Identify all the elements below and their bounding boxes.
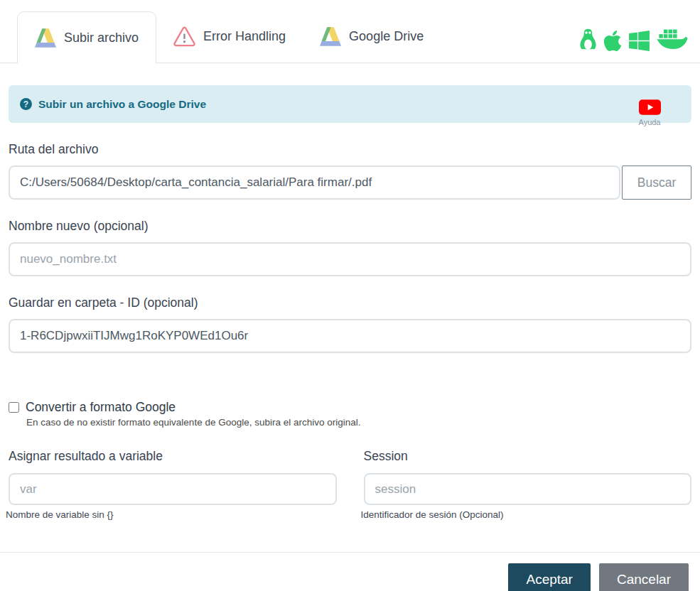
convert-label: Convertir a formato Google <box>26 400 176 415</box>
tab-error-handling[interactable]: Error Handling <box>156 11 303 63</box>
convert-checkbox[interactable] <box>9 402 19 413</box>
file-path-input[interactable] <box>9 166 620 200</box>
variable-column: Asignar resultado a variable Nombre de v… <box>9 449 337 520</box>
file-path-label: Ruta del archivo <box>9 142 691 157</box>
dialog-footer: Aceptar Cancelar <box>0 552 700 591</box>
help-video-link[interactable]: Ayuda <box>633 99 666 128</box>
upload-form: Ruta del archivo Buscar Nombre nuevo (op… <box>0 142 700 520</box>
variable-input[interactable] <box>9 473 337 505</box>
apple-icon <box>603 29 622 53</box>
google-drive-icon <box>35 28 56 48</box>
help-link-label: Ayuda <box>639 118 661 126</box>
tab-label: Google Drive <box>349 29 424 44</box>
new-name-input[interactable] <box>9 242 691 276</box>
variable-label: Asignar resultado a variable <box>9 449 337 464</box>
windows-icon <box>628 29 651 53</box>
tab-bar: Subir archivo Error Handling Google Driv… <box>0 0 700 63</box>
cancel-button[interactable]: Cancelar <box>599 563 689 591</box>
google-drive-icon <box>320 27 341 46</box>
session-column: Session Identificador de sesión (Opciona… <box>364 449 692 520</box>
tab-google-drive[interactable]: Google Drive <box>303 11 441 63</box>
help-question-icon: ? <box>20 98 32 110</box>
linux-icon <box>578 28 598 53</box>
tab-label: Error Handling <box>203 29 286 44</box>
session-input[interactable] <box>364 473 692 505</box>
convert-section: Convertir a formato Google En caso de no… <box>9 400 691 428</box>
supported-platforms <box>578 28 688 63</box>
info-banner: ? Subir un archivo a Google Drive Ayuda <box>9 85 691 123</box>
variable-help-text: Nombre de variable sin {} <box>6 509 337 520</box>
new-name-label: Nombre nuevo (opcional) <box>9 219 691 234</box>
folder-id-input[interactable] <box>9 319 691 353</box>
folder-id-label: Guardar en carpeta - ID (opcional) <box>9 296 691 310</box>
warning-triangle-icon <box>173 26 195 47</box>
banner-text: Subir un archivo a Google Drive <box>38 98 206 111</box>
tab-subir-archivo[interactable]: Subir archivo <box>17 11 156 63</box>
browse-button[interactable]: Buscar <box>622 166 691 200</box>
convert-help-text: En caso de no existir formato equivalent… <box>26 417 691 428</box>
accept-button[interactable]: Aceptar <box>508 563 590 591</box>
docker-icon <box>657 29 688 53</box>
tab-label: Subir archivo <box>64 31 139 45</box>
session-help-text: Identificador de sesión (Opcional) <box>361 509 692 520</box>
youtube-icon <box>639 99 661 115</box>
session-label: Session <box>364 449 692 464</box>
convert-checkbox-row[interactable]: Convertir a formato Google <box>9 400 691 415</box>
